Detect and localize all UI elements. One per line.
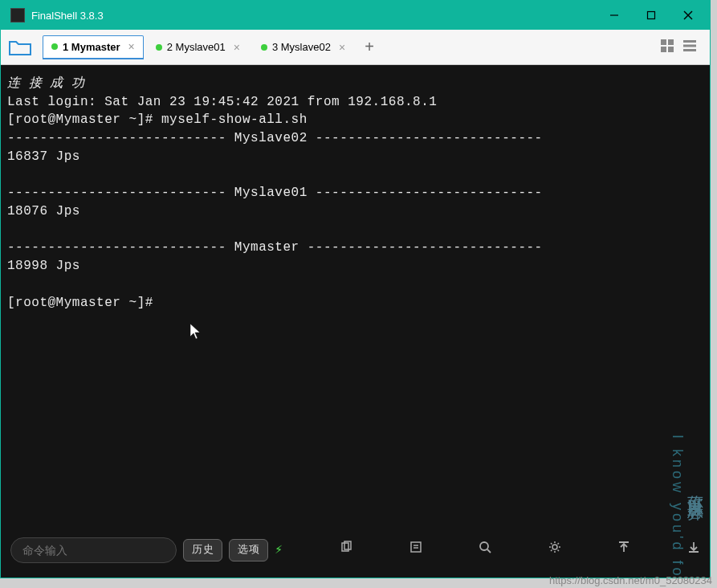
separator-mymaster: --------------------------- Mymaster ---… — [7, 240, 543, 255]
tab-close-icon[interactable]: × — [339, 41, 345, 54]
tab-label: 2 Myslave01 — [167, 41, 226, 53]
bottom-bar: 历史 选项 ⚡ — [10, 536, 700, 565]
folder-icon[interactable] — [6, 35, 35, 59]
options-button[interactable]: 选项 — [229, 539, 268, 561]
maximize-button[interactable] — [633, 1, 670, 30]
svg-rect-8 — [683, 40, 696, 43]
download-icon[interactable] — [638, 522, 700, 578]
svg-point-16 — [480, 542, 488, 550]
add-tab-button[interactable]: + — [357, 35, 381, 59]
svg-line-17 — [487, 549, 491, 553]
tab-mymaster[interactable]: 1 Mymaster × — [43, 35, 144, 59]
status-icons: ⚡ — [275, 522, 700, 578]
bolt-icon[interactable]: ⚡ — [275, 541, 283, 560]
prompt: [root@Mymaster ~]# — [7, 296, 153, 310]
clipboard-icon[interactable] — [291, 522, 352, 578]
minimize-button[interactable] — [596, 1, 633, 30]
status-dot-icon — [51, 43, 58, 50]
terminal[interactable]: 连 接 成 功 Last login: Sat Jan 23 19:45:42 … — [1, 65, 710, 578]
mouse-cursor-icon — [190, 324, 202, 347]
upload-icon[interactable] — [569, 522, 631, 578]
command-input[interactable] — [10, 537, 177, 563]
jps-mymaster: 18998 Jps — [7, 259, 80, 273]
last-login-line: Last login: Sat Jan 23 19:45:42 2021 fro… — [7, 95, 437, 109]
jps-myslave01: 18076 Jps — [7, 204, 80, 218]
close-button[interactable] — [670, 1, 707, 30]
tab-label: 1 Mymaster — [63, 41, 120, 53]
svg-rect-13 — [411, 542, 421, 552]
separator-myslave02: --------------------------- Myslave02 --… — [7, 131, 543, 145]
svg-rect-1 — [648, 12, 655, 19]
command: myself-show-all.sh — [161, 112, 308, 127]
titlebar: FinalShell 3.8.3 — [1, 1, 710, 30]
svg-point-18 — [552, 545, 557, 549]
tab-myslave01[interactable]: 2 Myslave01 × — [147, 35, 249, 59]
search-icon[interactable] — [430, 522, 492, 578]
svg-rect-9 — [683, 44, 696, 47]
separator-myslave01: --------------------------- Myslave01 --… — [7, 186, 543, 200]
app-icon — [10, 8, 25, 22]
svg-rect-4 — [661, 39, 666, 45]
window-title: FinalShell 3.8.3 — [31, 10, 596, 22]
tab-bar: 1 Mymaster × 2 Myslave01 × 3 Myslave02 ×… — [1, 30, 710, 65]
status-dot-icon — [261, 44, 267, 51]
watermark-url: https://blog.csdn.net/m0_52080234 — [549, 574, 712, 586]
list-view-icon[interactable] — [682, 39, 697, 56]
status-dot-icon — [156, 44, 162, 51]
svg-rect-7 — [668, 47, 674, 52]
tabbar-view-controls — [660, 39, 705, 56]
history-button[interactable]: 历史 — [183, 539, 222, 561]
tab-close-icon[interactable]: × — [128, 40, 135, 53]
watermark-cn: 你可以再次愚弄 — [684, 483, 707, 494]
svg-rect-10 — [683, 49, 696, 51]
gear-icon[interactable] — [499, 522, 561, 578]
connect-message: 连 接 成 功 — [7, 76, 84, 91]
prompt: [root@Mymaster ~]# — [7, 112, 161, 127]
grid-view-icon[interactable] — [660, 39, 674, 56]
note-icon[interactable] — [361, 522, 422, 578]
app-window: FinalShell 3.8.3 1 Mymaster × 2 Myslave0… — [0, 0, 711, 578]
svg-rect-6 — [661, 47, 666, 52]
tab-close-icon[interactable]: × — [234, 41, 240, 54]
svg-rect-5 — [668, 39, 674, 45]
tab-label: 3 Myslave02 — [272, 41, 331, 53]
tab-myslave02[interactable]: 3 Myslave02 × — [252, 35, 354, 59]
jps-myslave02: 16837 Jps — [7, 149, 80, 164]
